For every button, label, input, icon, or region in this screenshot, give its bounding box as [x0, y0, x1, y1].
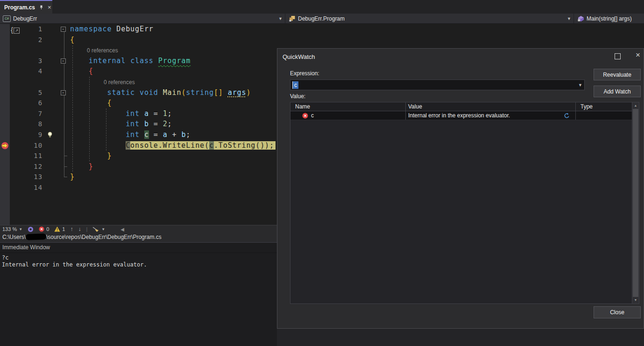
code-token: namespace: [70, 25, 112, 33]
fold-toggle[interactable]: -: [61, 27, 66, 32]
path-prefix: C:\Users\: [2, 234, 26, 240]
breakpoint-margin[interactable]: [0, 172, 10, 182]
code-token: c: [144, 130, 149, 139]
value-label: Value:: [290, 93, 305, 100]
codelens-link[interactable]: 0 references: [87, 47, 118, 54]
expression-input[interactable]: c ▼: [290, 79, 585, 90]
fold-margin: [56, 161, 70, 172]
immediate-window-content[interactable]: ?c Internal error in the expression eval…: [0, 253, 277, 268]
breakpoint-margin[interactable]: [0, 108, 10, 119]
scroll-down-icon[interactable]: ▼: [632, 297, 639, 303]
column-header-name[interactable]: Name: [290, 102, 405, 111]
hscroll-left-arrow-icon[interactable]: ◀: [120, 227, 124, 232]
breakpoint-margin[interactable]: [0, 24, 10, 35]
grid-scrollbar[interactable]: ▲ ▼: [632, 102, 639, 303]
zoom-control[interactable]: 133 % ▼: [2, 226, 22, 232]
pin-icon[interactable]: [39, 5, 44, 10]
fold-toggle[interactable]: -: [61, 90, 66, 95]
editor-status-strip: 133 % ▼ 0 1 ↑ ↓ | ▼ ◀: [0, 225, 277, 233]
breakpoint-margin[interactable]: [0, 140, 10, 151]
breakpoint-margin[interactable]: [0, 182, 10, 193]
refresh-icon[interactable]: [564, 113, 570, 119]
code-token: {: [70, 36, 75, 44]
code-token: {: [107, 99, 112, 107]
breakpoint-margin[interactable]: [0, 87, 10, 98]
code-token: 1: [163, 109, 168, 118]
breakpoint-margin[interactable]: [0, 35, 10, 45]
breakpoint-margin[interactable]: [0, 119, 10, 130]
fold-margin: [56, 108, 70, 119]
maximize-icon[interactable]: [615, 53, 621, 59]
current-statement-breakpoint-icon: [1, 142, 9, 150]
code-token: [135, 88, 140, 97]
codelens-link[interactable]: 0 references: [104, 79, 135, 86]
breakpoint-margin[interactable]: [0, 161, 10, 172]
breakpoint-margin[interactable]: [0, 45, 10, 56]
type-dropdown[interactable]: DebugErr.Program ▼: [285, 14, 573, 23]
column-header-type[interactable]: Type: [575, 102, 639, 111]
code-text[interactable]: namespace DebugErr: [70, 24, 644, 35]
table-row[interactable]: c Internal error in the expression evalu…: [290, 111, 639, 120]
quickwatch-dialog: QuickWatch × Expression: c ▼ Reevaluate …: [277, 48, 644, 329]
chevron-down-icon[interactable]: ▼: [576, 80, 584, 90]
code-token: ;: [168, 120, 172, 128]
error-count[interactable]: 0: [39, 226, 49, 232]
line-number: 8: [10, 119, 45, 130]
code-text[interactable]: {: [70, 35, 644, 45]
code-token: [70, 67, 89, 75]
column-header-value[interactable]: Value: [405, 102, 575, 111]
breakpoint-margin[interactable]: [0, 77, 10, 87]
fold-margin: [56, 45, 70, 56]
chevron-down-icon[interactable]: ▼: [567, 16, 571, 21]
next-issue-icon[interactable]: ↓: [78, 226, 81, 232]
code-token: []: [214, 88, 223, 97]
reevaluate-button[interactable]: Reevaluate: [594, 69, 641, 80]
fold-toggle[interactable]: -: [61, 58, 66, 64]
close-button[interactable]: Close: [594, 306, 641, 318]
quick-actions-lightbulb[interactable]: [45, 130, 56, 140]
close-tab-icon[interactable]: ×: [48, 4, 51, 10]
project-name: DebugErr: [13, 15, 37, 22]
code-token: [70, 88, 107, 97]
bulb-slot: [45, 182, 56, 193]
warning-count[interactable]: 1: [54, 226, 65, 232]
add-watch-button[interactable]: Add Watch: [594, 86, 641, 97]
tab-program-cs[interactable]: Program.cs ×: [0, 0, 52, 14]
member-dropdown[interactable]: Main(string[] args): [573, 14, 644, 23]
expression-label: Expression:: [290, 70, 319, 77]
code-token: =: [149, 130, 163, 139]
watch-value: Internal error in the expression evaluat…: [408, 112, 510, 119]
code-token: b: [181, 130, 186, 139]
code-token: [126, 57, 130, 65]
breakpoint-margin[interactable]: [0, 130, 10, 140]
code-token: [140, 130, 144, 139]
dialog-title: QuickWatch: [283, 53, 315, 60]
project-dropdown[interactable]: C# DebugErr ▼: [0, 14, 285, 23]
chevron-down-icon[interactable]: ▼: [278, 16, 283, 21]
code-token: [140, 120, 144, 128]
breakpoint-margin[interactable]: [0, 66, 10, 77]
fold-margin: -: [56, 87, 70, 98]
bulb-slot: [45, 108, 56, 119]
breakpoint-margin[interactable]: [0, 151, 10, 161]
prev-issue-icon[interactable]: ↑: [70, 226, 73, 232]
scroll-up-icon[interactable]: ▲: [632, 102, 639, 109]
code-cleanup-button[interactable]: ▼: [92, 226, 105, 232]
chevron-down-icon: ▼: [101, 227, 105, 231]
breakpoint-margin[interactable]: [0, 56, 10, 66]
code-token: a: [144, 109, 149, 118]
scrollbar-thumb[interactable]: [633, 109, 638, 297]
code-token: =: [149, 109, 163, 118]
fold-margin: [56, 77, 70, 87]
code-token: .ToString());: [214, 141, 274, 150]
code-token: DebugErr: [116, 25, 153, 33]
document-outline-icon[interactable]: {↗: [11, 26, 20, 34]
code-token: ): [246, 88, 251, 97]
line-number: 13: [10, 172, 45, 182]
breakpoint-margin[interactable]: [0, 98, 10, 108]
tab-strip: Program.cs ×: [0, 0, 644, 14]
close-icon[interactable]: ×: [636, 50, 640, 60]
code-token: [70, 162, 89, 171]
health-indicator-icon[interactable]: [28, 226, 34, 232]
fold-margin: [56, 130, 70, 140]
